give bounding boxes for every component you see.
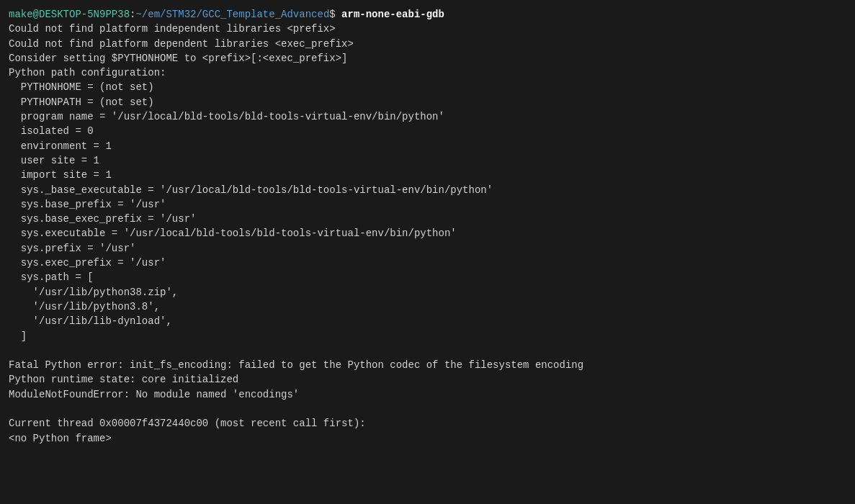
output-line: Could not find platform dependent librar… xyxy=(9,37,846,51)
output-line: program name = '/usr/local/bld-tools/bld… xyxy=(9,109,846,124)
prompt-line: make@DESKTOP-5N9PP38 : ~/em/STM32/GCC_Te… xyxy=(9,7,846,22)
output-line: '/usr/lib/lib-dynload', xyxy=(9,314,846,328)
output-line: sys.base_exec_prefix = '/usr' xyxy=(9,212,846,226)
output-line: PYTHONHOME = (not set) xyxy=(9,80,846,94)
output-block: Could not find platform independent libr… xyxy=(9,22,846,343)
error-line: Fatal Python error: init_fs_encoding: fa… xyxy=(9,358,846,372)
output-line: sys.executable = '/usr/local/bld-tools/b… xyxy=(9,226,846,240)
output-line: sys.exec_prefix = '/usr' xyxy=(9,256,846,270)
output-line: user site = 1 xyxy=(9,153,846,168)
prompt-path: ~/em/STM32/GCC_Template_Advanced xyxy=(135,7,329,22)
output-line: environment = 1 xyxy=(9,139,846,153)
output-line: Python path configuration: xyxy=(9,66,846,80)
output-line: sys._base_executable = '/usr/local/bld-t… xyxy=(9,183,846,197)
blank-line-1 xyxy=(9,343,846,358)
output-line: sys.prefix = '/usr' xyxy=(9,241,846,256)
prompt-separator: : xyxy=(130,7,135,22)
thread-line: Current thread 0x00007f4372440c00 (most … xyxy=(9,416,846,431)
error-line: ModuleNotFoundError: No module named 'en… xyxy=(9,387,846,402)
thread-block: Current thread 0x00007f4372440c00 (most … xyxy=(9,416,846,446)
error-block: Fatal Python error: init_fs_encoding: fa… xyxy=(9,358,846,402)
output-line: Could not find platform independent libr… xyxy=(9,22,846,36)
prompt-dollar: $ xyxy=(329,7,341,22)
error-line: Python runtime state: core initialized xyxy=(9,372,846,387)
output-line: isolated = 0 xyxy=(9,124,846,138)
output-line: '/usr/lib/python3.8', xyxy=(9,300,846,314)
output-line: sys.path = [ xyxy=(9,270,846,284)
output-line: import site = 1 xyxy=(9,168,846,182)
output-line: sys.base_prefix = '/usr' xyxy=(9,197,846,212)
blank-line-2 xyxy=(9,402,846,416)
prompt-command: arm-none-eabi-gdb xyxy=(341,7,444,22)
output-line: Consider setting $PYTHONHOME to <prefix>… xyxy=(9,51,846,66)
prompt-user: make@DESKTOP-5N9PP38 xyxy=(9,7,130,22)
output-line: PYTHONPATH = (not set) xyxy=(9,95,846,109)
output-line: '/usr/lib/python38.zip', xyxy=(9,285,846,300)
output-line: ] xyxy=(9,329,846,343)
thread-line: <no Python frame> xyxy=(9,431,846,446)
terminal-window: make@DESKTOP-5N9PP38 : ~/em/STM32/GCC_Te… xyxy=(9,7,846,446)
